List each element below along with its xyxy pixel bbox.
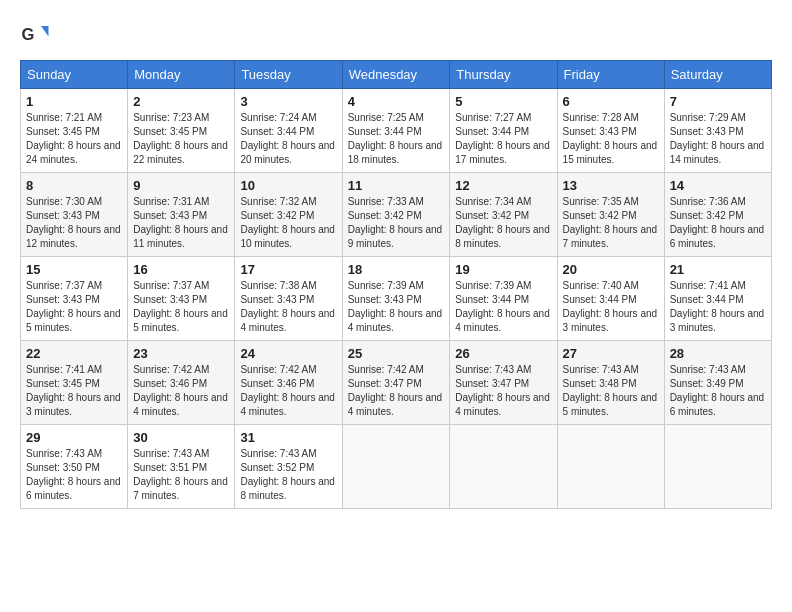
calendar-cell: 5 Sunrise: 7:27 AMSunset: 3:44 PMDayligh… xyxy=(450,89,557,173)
calendar-cell: 20 Sunrise: 7:40 AMSunset: 3:44 PMDaylig… xyxy=(557,257,664,341)
day-info: Sunrise: 7:42 AMSunset: 3:47 PMDaylight:… xyxy=(348,364,443,417)
day-info: Sunrise: 7:39 AMSunset: 3:43 PMDaylight:… xyxy=(348,280,443,333)
day-number: 16 xyxy=(133,262,229,277)
day-info: Sunrise: 7:43 AMSunset: 3:47 PMDaylight:… xyxy=(455,364,550,417)
day-info: Sunrise: 7:43 AMSunset: 3:52 PMDaylight:… xyxy=(240,448,335,501)
day-number: 27 xyxy=(563,346,659,361)
calendar-cell xyxy=(664,425,771,509)
day-number: 15 xyxy=(26,262,122,277)
day-info: Sunrise: 7:39 AMSunset: 3:44 PMDaylight:… xyxy=(455,280,550,333)
calendar-table: SundayMondayTuesdayWednesdayThursdayFrid… xyxy=(20,60,772,509)
calendar-cell: 27 Sunrise: 7:43 AMSunset: 3:48 PMDaylig… xyxy=(557,341,664,425)
day-number: 29 xyxy=(26,430,122,445)
day-info: Sunrise: 7:30 AMSunset: 3:43 PMDaylight:… xyxy=(26,196,121,249)
calendar-week-row-4: 22 Sunrise: 7:41 AMSunset: 3:45 PMDaylig… xyxy=(21,341,772,425)
day-info: Sunrise: 7:35 AMSunset: 3:42 PMDaylight:… xyxy=(563,196,658,249)
day-number: 1 xyxy=(26,94,122,109)
day-info: Sunrise: 7:21 AMSunset: 3:45 PMDaylight:… xyxy=(26,112,121,165)
day-info: Sunrise: 7:38 AMSunset: 3:43 PMDaylight:… xyxy=(240,280,335,333)
day-number: 7 xyxy=(670,94,766,109)
day-number: 12 xyxy=(455,178,551,193)
day-number: 28 xyxy=(670,346,766,361)
calendar-header-wednesday: Wednesday xyxy=(342,61,450,89)
calendar-cell: 18 Sunrise: 7:39 AMSunset: 3:43 PMDaylig… xyxy=(342,257,450,341)
calendar-cell: 23 Sunrise: 7:42 AMSunset: 3:46 PMDaylig… xyxy=(128,341,235,425)
day-info: Sunrise: 7:23 AMSunset: 3:45 PMDaylight:… xyxy=(133,112,228,165)
calendar-cell: 30 Sunrise: 7:43 AMSunset: 3:51 PMDaylig… xyxy=(128,425,235,509)
day-info: Sunrise: 7:41 AMSunset: 3:45 PMDaylight:… xyxy=(26,364,121,417)
day-number: 2 xyxy=(133,94,229,109)
calendar-week-row-1: 1 Sunrise: 7:21 AMSunset: 3:45 PMDayligh… xyxy=(21,89,772,173)
day-info: Sunrise: 7:32 AMSunset: 3:42 PMDaylight:… xyxy=(240,196,335,249)
svg-marker-1 xyxy=(41,26,49,37)
calendar-header-tuesday: Tuesday xyxy=(235,61,342,89)
calendar-cell xyxy=(450,425,557,509)
day-info: Sunrise: 7:36 AMSunset: 3:42 PMDaylight:… xyxy=(670,196,765,249)
calendar-cell xyxy=(557,425,664,509)
day-number: 13 xyxy=(563,178,659,193)
day-number: 11 xyxy=(348,178,445,193)
day-info: Sunrise: 7:43 AMSunset: 3:48 PMDaylight:… xyxy=(563,364,658,417)
day-number: 31 xyxy=(240,430,336,445)
calendar-cell: 22 Sunrise: 7:41 AMSunset: 3:45 PMDaylig… xyxy=(21,341,128,425)
day-number: 26 xyxy=(455,346,551,361)
calendar-cell: 13 Sunrise: 7:35 AMSunset: 3:42 PMDaylig… xyxy=(557,173,664,257)
calendar-cell: 12 Sunrise: 7:34 AMSunset: 3:42 PMDaylig… xyxy=(450,173,557,257)
day-number: 6 xyxy=(563,94,659,109)
day-number: 18 xyxy=(348,262,445,277)
day-number: 14 xyxy=(670,178,766,193)
day-number: 5 xyxy=(455,94,551,109)
day-number: 10 xyxy=(240,178,336,193)
calendar-cell: 29 Sunrise: 7:43 AMSunset: 3:50 PMDaylig… xyxy=(21,425,128,509)
day-number: 23 xyxy=(133,346,229,361)
day-number: 3 xyxy=(240,94,336,109)
day-number: 19 xyxy=(455,262,551,277)
calendar-cell: 11 Sunrise: 7:33 AMSunset: 3:42 PMDaylig… xyxy=(342,173,450,257)
calendar-cell: 4 Sunrise: 7:25 AMSunset: 3:44 PMDayligh… xyxy=(342,89,450,173)
day-number: 24 xyxy=(240,346,336,361)
day-number: 4 xyxy=(348,94,445,109)
calendar-week-row-2: 8 Sunrise: 7:30 AMSunset: 3:43 PMDayligh… xyxy=(21,173,772,257)
day-info: Sunrise: 7:33 AMSunset: 3:42 PMDaylight:… xyxy=(348,196,443,249)
calendar-cell: 8 Sunrise: 7:30 AMSunset: 3:43 PMDayligh… xyxy=(21,173,128,257)
calendar-header-row: SundayMondayTuesdayWednesdayThursdayFrid… xyxy=(21,61,772,89)
calendar-cell: 19 Sunrise: 7:39 AMSunset: 3:44 PMDaylig… xyxy=(450,257,557,341)
day-info: Sunrise: 7:29 AMSunset: 3:43 PMDaylight:… xyxy=(670,112,765,165)
calendar-cell: 15 Sunrise: 7:37 AMSunset: 3:43 PMDaylig… xyxy=(21,257,128,341)
calendar-cell: 14 Sunrise: 7:36 AMSunset: 3:42 PMDaylig… xyxy=(664,173,771,257)
calendar-header-monday: Monday xyxy=(128,61,235,89)
calendar-cell: 31 Sunrise: 7:43 AMSunset: 3:52 PMDaylig… xyxy=(235,425,342,509)
day-number: 20 xyxy=(563,262,659,277)
day-info: Sunrise: 7:40 AMSunset: 3:44 PMDaylight:… xyxy=(563,280,658,333)
day-info: Sunrise: 7:34 AMSunset: 3:42 PMDaylight:… xyxy=(455,196,550,249)
calendar-cell: 25 Sunrise: 7:42 AMSunset: 3:47 PMDaylig… xyxy=(342,341,450,425)
calendar-cell: 6 Sunrise: 7:28 AMSunset: 3:43 PMDayligh… xyxy=(557,89,664,173)
calendar-cell: 10 Sunrise: 7:32 AMSunset: 3:42 PMDaylig… xyxy=(235,173,342,257)
calendar-cell: 3 Sunrise: 7:24 AMSunset: 3:44 PMDayligh… xyxy=(235,89,342,173)
logo: G xyxy=(20,20,54,50)
calendar-cell: 7 Sunrise: 7:29 AMSunset: 3:43 PMDayligh… xyxy=(664,89,771,173)
calendar-cell: 28 Sunrise: 7:43 AMSunset: 3:49 PMDaylig… xyxy=(664,341,771,425)
calendar-header-friday: Friday xyxy=(557,61,664,89)
day-info: Sunrise: 7:42 AMSunset: 3:46 PMDaylight:… xyxy=(240,364,335,417)
calendar-cell: 26 Sunrise: 7:43 AMSunset: 3:47 PMDaylig… xyxy=(450,341,557,425)
day-info: Sunrise: 7:31 AMSunset: 3:43 PMDaylight:… xyxy=(133,196,228,249)
calendar-cell: 17 Sunrise: 7:38 AMSunset: 3:43 PMDaylig… xyxy=(235,257,342,341)
calendar-cell: 1 Sunrise: 7:21 AMSunset: 3:45 PMDayligh… xyxy=(21,89,128,173)
day-info: Sunrise: 7:37 AMSunset: 3:43 PMDaylight:… xyxy=(26,280,121,333)
logo-icon: G xyxy=(20,20,50,50)
day-info: Sunrise: 7:37 AMSunset: 3:43 PMDaylight:… xyxy=(133,280,228,333)
calendar-week-row-3: 15 Sunrise: 7:37 AMSunset: 3:43 PMDaylig… xyxy=(21,257,772,341)
calendar-cell: 2 Sunrise: 7:23 AMSunset: 3:45 PMDayligh… xyxy=(128,89,235,173)
day-info: Sunrise: 7:28 AMSunset: 3:43 PMDaylight:… xyxy=(563,112,658,165)
day-info: Sunrise: 7:24 AMSunset: 3:44 PMDaylight:… xyxy=(240,112,335,165)
day-info: Sunrise: 7:42 AMSunset: 3:46 PMDaylight:… xyxy=(133,364,228,417)
calendar-header-thursday: Thursday xyxy=(450,61,557,89)
day-number: 8 xyxy=(26,178,122,193)
calendar-cell xyxy=(342,425,450,509)
day-number: 9 xyxy=(133,178,229,193)
day-number: 21 xyxy=(670,262,766,277)
day-info: Sunrise: 7:43 AMSunset: 3:51 PMDaylight:… xyxy=(133,448,228,501)
day-info: Sunrise: 7:41 AMSunset: 3:44 PMDaylight:… xyxy=(670,280,765,333)
day-info: Sunrise: 7:27 AMSunset: 3:44 PMDaylight:… xyxy=(455,112,550,165)
